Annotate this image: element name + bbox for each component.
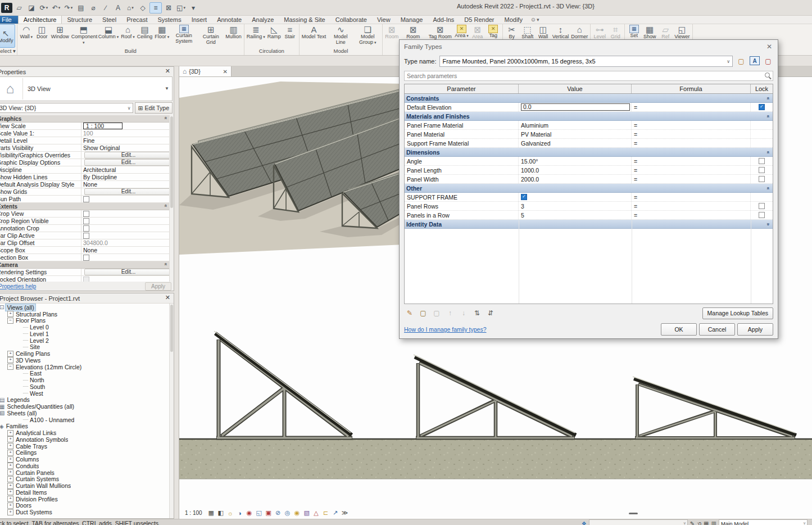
- property-value[interactable]: [81, 196, 174, 202]
- property-value[interactable]: Edit...: [81, 269, 174, 275]
- property-value[interactable]: [81, 225, 174, 232]
- property-value[interactable]: 100: [81, 130, 174, 137]
- delete-type-icon[interactable]: ▢: [763, 56, 773, 66]
- parameter-formula[interactable]: =: [632, 166, 751, 174]
- parameter-lock[interactable]: [751, 202, 773, 210]
- ribbon-tab-view[interactable]: View: [372, 16, 396, 24]
- parameter-lock[interactable]: [751, 211, 773, 219]
- revit-logo[interactable]: R: [1, 3, 12, 13]
- tree-item-sheets-all[interactable]: ▧Sheets (all): [0, 410, 174, 417]
- ribbon-button-wall[interactable]: ◠Wall ▾: [19, 24, 34, 48]
- property-value[interactable]: 304800.0: [81, 239, 174, 246]
- tree-item-duct-systems[interactable]: +Duct Systems: [0, 509, 174, 515]
- chevron-up-icon[interactable]: «: [765, 151, 770, 153]
- measure-icon[interactable]: ⌀: [88, 3, 99, 13]
- ribbon-button-stair[interactable]: ≡Stair: [282, 24, 298, 48]
- new-type-icon[interactable]: ▢: [736, 56, 746, 66]
- property-value[interactable]: Edit...: [81, 152, 174, 159]
- parameter-lock[interactable]: [751, 139, 773, 147]
- type-name-combo[interactable]: Frame Mounted, Panel 2000x1000mm, 15 deg…: [439, 56, 733, 67]
- chevron-up-icon[interactable]: «: [765, 97, 770, 99]
- property-value[interactable]: [81, 276, 174, 282]
- parameter-value[interactable]: 15.00°: [519, 157, 632, 165]
- chevron-up-icon[interactable]: «: [765, 115, 770, 117]
- ribbon-tab-precast[interactable]: Precast: [121, 16, 152, 24]
- checkbox-unchecked[interactable]: [83, 196, 89, 202]
- ribbon-tab-manage[interactable]: Manage: [396, 16, 428, 24]
- search-parameters-input[interactable]: [404, 71, 773, 81]
- expand-icon[interactable]: +: [7, 469, 13, 476]
- properties-section-camera[interactable]: Camera«: [0, 261, 174, 269]
- parameter-value[interactable]: 0.0: [519, 103, 632, 111]
- parameter-value[interactable]: [519, 193, 632, 201]
- ribbon-tab-steel[interactable]: Steel: [97, 16, 121, 24]
- apply-button[interactable]: Apply: [737, 323, 773, 336]
- parameter-value[interactable]: 5: [519, 211, 632, 219]
- tree-item-elevations-12mm-circle[interactable]: −Elevations (12mm Circle): [0, 364, 174, 370]
- ribbon-tab-structure[interactable]: Structure: [62, 16, 97, 24]
- ribbon-tab-modify[interactable]: Modify: [500, 16, 528, 24]
- tree-item-a100-unnamed[interactable]: A100 - Unnamed: [0, 417, 174, 423]
- ribbon-button-roof[interactable]: ⌂Roof ▾: [120, 24, 135, 48]
- value-input-selected[interactable]: 1 : 100: [83, 123, 123, 129]
- parameter-formula[interactable]: =: [632, 202, 751, 210]
- property-value[interactable]: By Discipline: [81, 174, 174, 180]
- ribbon-button-component[interactable]: ⬒Component ▾: [70, 24, 97, 48]
- view-tab-close-icon[interactable]: ✕: [223, 69, 228, 75]
- ribbon-tab-file[interactable]: File: [0, 16, 18, 24]
- analytical-model-icon[interactable]: △: [312, 509, 320, 517]
- value-input-focused[interactable]: 0.0: [521, 103, 630, 111]
- parameter-formula[interactable]: =: [632, 139, 751, 147]
- ribbon-tab-d5-render[interactable]: D5 Render: [459, 16, 499, 24]
- edit-button[interactable]: Edit...: [84, 269, 173, 275]
- expand-icon[interactable]: +: [7, 476, 13, 482]
- property-value[interactable]: [81, 210, 174, 217]
- tree-item-ceilings[interactable]: +Ceilings: [0, 450, 174, 456]
- elevation-frame-large[interactable]: [214, 331, 352, 439]
- ribbon-button-railing[interactable]: ≣Railing ▾: [246, 24, 266, 48]
- ribbon-button-curtain-system[interactable]: ▦Curtain System: [170, 24, 197, 48]
- parameter-value[interactable]: 3: [519, 202, 632, 210]
- properties-section-graphics[interactable]: Graphics«: [0, 115, 174, 123]
- parameter-lock[interactable]: [751, 103, 773, 111]
- chevron-up-icon[interactable]: «: [765, 187, 770, 189]
- default-3d-view-icon[interactable]: ⌂▾: [125, 3, 136, 13]
- ribbon-tab-systems[interactable]: Systems: [152, 16, 186, 24]
- checkbox-unchecked[interactable]: [83, 218, 89, 224]
- type-selector-arrow-icon[interactable]: ▼: [165, 86, 169, 91]
- parameter-section-other[interactable]: Other«: [405, 184, 773, 193]
- sort-ascending-icon[interactable]: ⇅: [471, 308, 483, 318]
- lock-checkbox-checked[interactable]: [759, 104, 765, 110]
- tree-item-structural-plans[interactable]: +Structural Plans: [0, 311, 174, 318]
- properties-apply-button[interactable]: Apply: [145, 282, 171, 291]
- edit-button[interactable]: Edit...: [84, 188, 173, 195]
- properties-section-extents[interactable]: Extents«: [0, 203, 174, 210]
- tree-item-level-2[interactable]: Level 2: [0, 337, 174, 344]
- property-value[interactable]: Architectural: [81, 166, 174, 173]
- property-value[interactable]: 1 : 100: [81, 123, 174, 129]
- parameter-section-materials-and-finishes[interactable]: Materials and Finishes«: [405, 112, 773, 121]
- tree-item-detail-items[interactable]: +Detail Items: [0, 489, 174, 496]
- ribbon-tab-analyze[interactable]: Analyze: [247, 16, 279, 24]
- expand-icon[interactable]: +: [7, 496, 13, 502]
- ribbon-button-door[interactable]: ◫Door: [34, 24, 50, 48]
- parameter-value[interactable]: 2000.0: [519, 175, 632, 183]
- elevation-frame-medium[interactable]: [414, 355, 576, 439]
- tree-item-level-0[interactable]: Level 0: [0, 324, 174, 331]
- elevation-frame-small[interactable]: [633, 377, 796, 439]
- properties-scrollbar[interactable]: [169, 115, 174, 282]
- property-value[interactable]: [81, 254, 174, 261]
- expand-icon[interactable]: +: [7, 503, 13, 509]
- tree-item-annotation-symbols[interactable]: +Annotation Symbols: [0, 436, 174, 443]
- ribbon-button-modify[interactable]: ↖Modify: [0, 24, 15, 48]
- parameter-lock[interactable]: [751, 193, 773, 201]
- close-inactive-windows-icon[interactable]: ⊠: [163, 3, 174, 13]
- edit-button[interactable]: Edit...: [84, 159, 173, 166]
- expand-icon[interactable]: +: [7, 430, 13, 436]
- parameter-lock[interactable]: [751, 130, 773, 138]
- edit-type-button[interactable]: ⊞ Edit Type: [135, 102, 173, 114]
- tree-item-families[interactable]: ◈Families: [0, 423, 174, 430]
- ribbon-button-ramp[interactable]: ◺Ramp: [266, 24, 282, 48]
- constraints-icon[interactable]: ⊏: [322, 509, 330, 517]
- tree-item-east[interactable]: East: [0, 370, 174, 377]
